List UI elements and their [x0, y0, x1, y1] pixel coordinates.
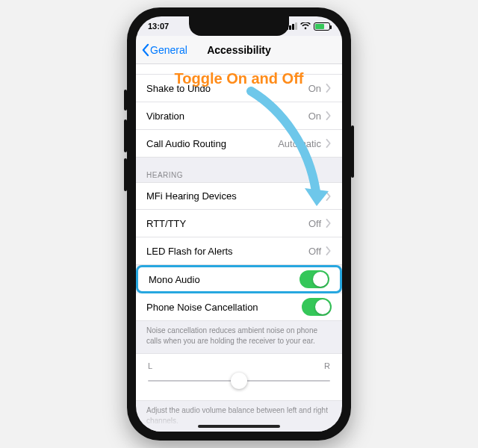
iphone-frame: 13:07 General Accessibility Shake to Und… — [127, 7, 351, 441]
row-value: Automatic — [278, 138, 321, 149]
row-label: Call Audio Routing — [146, 138, 226, 149]
row-led-flash-for-alerts[interactable]: LED Flash for Alerts Off — [136, 237, 342, 265]
volume-down-button — [124, 158, 127, 191]
mono-audio-toggle[interactable] — [299, 270, 329, 288]
row-label: Shake to Undo — [146, 83, 211, 94]
back-button[interactable]: General — [140, 43, 187, 57]
chevron-right-icon — [326, 84, 332, 93]
chevron-right-icon — [326, 139, 332, 148]
section-header-hearing: HEARING — [136, 158, 342, 182]
balance-slider[interactable] — [148, 373, 330, 388]
mute-switch — [124, 90, 127, 111]
chevron-left-icon — [140, 43, 150, 57]
volume-up-button — [124, 119, 127, 152]
row-rtt-tty[interactable]: RTT/TTY Off — [136, 210, 342, 237]
section-footer-balance: Adjust the audio volume balance between … — [136, 401, 342, 427]
wifi-icon — [300, 22, 311, 30]
notch — [189, 16, 289, 36]
balance-slider-row: L R — [136, 353, 342, 401]
section-footer-noise: Noise cancellation reduces ambient noise… — [136, 321, 342, 347]
side-button — [351, 125, 354, 178]
slider-thumb[interactable] — [231, 373, 247, 389]
chevron-right-icon — [326, 192, 332, 201]
row-mono-audio[interactable]: Mono Audio — [136, 265, 342, 293]
home-indicator[interactable] — [198, 425, 280, 428]
row-label: Vibration — [146, 111, 184, 122]
row-value: Off — [308, 246, 321, 257]
row-call-audio-routing[interactable]: Call Audio Routing Automatic — [136, 130, 342, 158]
chevron-right-icon — [326, 111, 332, 120]
nav-bar: General Accessibility — [136, 36, 342, 64]
screen: 13:07 General Accessibility Shake to Und… — [136, 16, 342, 432]
row-value: On — [308, 83, 321, 94]
partial-row-top — [136, 64, 342, 75]
row-phone-noise-cancellation[interactable]: Phone Noise Cancellation — [136, 293, 342, 321]
row-value: On — [308, 111, 321, 122]
row-label: Mono Audio — [149, 274, 200, 285]
balance-left-label: L — [148, 361, 152, 370]
row-shake-to-undo[interactable]: Shake to Undo On — [136, 75, 342, 102]
row-value: Off — [308, 218, 321, 229]
balance-right-label: R — [324, 361, 330, 370]
row-mfi-hearing-devices[interactable]: MFi Hearing Devices — [136, 182, 342, 210]
noise-cancellation-toggle[interactable] — [302, 298, 332, 316]
settings-list[interactable]: Shake to Undo On Vibration On Call Audio… — [136, 64, 342, 432]
row-label: Phone Noise Cancellation — [146, 302, 258, 313]
row-vibration[interactable]: Vibration On — [136, 102, 342, 130]
row-label: LED Flash for Alerts — [146, 246, 233, 257]
row-label: MFi Hearing Devices — [146, 190, 237, 202]
row-label: RTT/TTY — [146, 218, 186, 229]
battery-icon — [314, 22, 330, 31]
status-time: 13:07 — [148, 22, 169, 31]
chevron-right-icon — [326, 246, 332, 255]
chevron-right-icon — [326, 219, 332, 228]
back-label: General — [150, 44, 187, 56]
page-title: Accessibility — [207, 44, 271, 56]
